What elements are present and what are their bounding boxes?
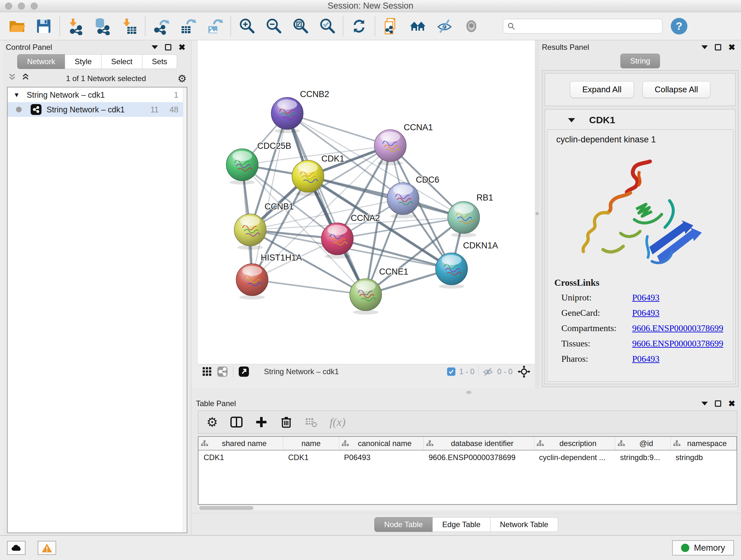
expand-all-button[interactable]: Expand All — [570, 81, 634, 98]
column-header[interactable]: description — [534, 437, 615, 450]
table-options-gear-icon[interactable]: ⚙ — [206, 416, 218, 428]
warning-button[interactable] — [38, 541, 56, 555]
panel-float-icon[interactable] — [165, 44, 172, 51]
panel-menu-icon[interactable] — [151, 45, 158, 49]
pharos-link[interactable]: P06493 — [632, 354, 660, 364]
cell-database-identifier[interactable]: 9606.ENSP00000378699 — [423, 450, 534, 464]
network-canvas[interactable]: CCNB2CCNA1CDC25BCDK1CDC6RB1CCNB1CCNA2CDK… — [198, 40, 535, 364]
tree-scrollbar[interactable] — [183, 87, 187, 533]
cell-namespace[interactable]: stringdb — [670, 450, 737, 464]
tab-string[interactable]: String — [620, 54, 660, 68]
export-network-icon[interactable] — [152, 17, 171, 36]
genecard-link[interactable]: P06493 — [632, 308, 660, 318]
open-folder-icon[interactable] — [8, 17, 26, 36]
tab-network-table[interactable]: Network Table — [490, 517, 558, 532]
show-columns-icon[interactable] — [230, 416, 243, 428]
network-from-selection-icon[interactable] — [382, 17, 400, 36]
table-row[interactable]: CDK1 CDK1 P06493 9606.ENSP00000378699 cy… — [199, 450, 737, 464]
node-name: CDK1 — [589, 115, 615, 125]
panel-float-icon[interactable] — [715, 44, 721, 51]
column-header[interactable]: namespace — [670, 437, 737, 450]
add-column-icon[interactable] — [255, 416, 268, 428]
grid-view-icon[interactable] — [202, 367, 212, 376]
cell-canonical-name[interactable]: P06493 — [339, 450, 423, 464]
panel-menu-icon[interactable] — [701, 401, 708, 406]
network-collection-row[interactable]: ▼ String Network – cdk1 1 — [8, 87, 187, 102]
network-options-gear-icon[interactable]: ⚙ — [178, 73, 187, 84]
toolbar-search[interactable] — [503, 19, 663, 34]
search-input[interactable] — [518, 22, 658, 30]
export-image-icon[interactable] — [205, 17, 224, 36]
cell-shared-name[interactable]: CDK1 — [199, 450, 283, 464]
panel-float-icon[interactable] — [715, 400, 721, 407]
import-network-icon[interactable] — [66, 17, 85, 36]
cell-id[interactable]: stringdb:9... — [615, 450, 670, 464]
delete-column-icon[interactable] — [280, 416, 293, 428]
results-splitter[interactable] — [535, 40, 539, 388]
column-header[interactable]: database identifier — [423, 437, 534, 450]
zoom-selected-icon[interactable] — [318, 17, 336, 36]
section-collapse-icon[interactable] — [568, 118, 575, 122]
column-header[interactable]: canonical name — [339, 437, 423, 450]
node-section-header[interactable]: CDK1 — [547, 111, 733, 129]
node-table[interactable]: shared name name canonical name database… — [198, 436, 737, 505]
houses-icon[interactable] — [408, 17, 427, 36]
panel-close-icon[interactable]: ✖ — [728, 399, 735, 408]
save-icon[interactable] — [35, 17, 53, 36]
table-hscrollbar[interactable] — [198, 505, 737, 510]
expand-all-icon[interactable] — [21, 73, 30, 84]
import-network-database-icon[interactable] — [93, 17, 112, 36]
network-edge-HIST1H1A-CCNE1[interactable] — [252, 280, 366, 295]
refresh-icon[interactable] — [350, 17, 368, 36]
splitter-handle[interactable] — [536, 212, 539, 215]
panel-close-icon[interactable]: ✖ — [728, 43, 735, 51]
splitter-handle[interactable] — [466, 391, 471, 394]
collapse-triangle-icon[interactable]: ▼ — [13, 91, 20, 99]
tab-network[interactable]: Network — [17, 54, 65, 69]
tab-style[interactable]: Style — [65, 54, 102, 69]
network-view-toolbar: String Network – cdk1 1 - 0 0 - 0 — [198, 364, 535, 379]
scrollbar-thumb[interactable] — [199, 506, 253, 510]
panel-menu-icon[interactable] — [701, 45, 708, 49]
memory-button[interactable]: Memory — [672, 540, 734, 556]
zoom-out-icon[interactable] — [264, 17, 283, 36]
network-view-title: String Network – cdk1 — [264, 367, 442, 376]
uniprot-link[interactable]: P06493 — [632, 293, 660, 303]
network-edge-CDK1-RB1[interactable] — [308, 176, 464, 217]
node-label-CDKN1A: CDKN1A — [463, 241, 498, 250]
tab-select[interactable]: Select — [101, 54, 142, 69]
tissues-link[interactable]: 9606.ENSP00000378699 — [632, 338, 723, 349]
selected-checkbox-icon[interactable] — [447, 368, 455, 376]
cell-description[interactable]: cyclin-dependent ... — [534, 450, 615, 464]
import-table-icon[interactable] — [120, 17, 138, 36]
export-table-icon[interactable] — [179, 17, 197, 36]
detach-view-icon[interactable] — [239, 366, 249, 377]
tab-edge-table[interactable]: Edge Table — [432, 517, 490, 532]
table-panel-splitter[interactable] — [192, 388, 741, 396]
network-row[interactable]: String Network – cdk1 11 48 — [8, 102, 187, 117]
network-view-mode-icon[interactable] — [217, 366, 228, 377]
gray-eye-icon[interactable] — [462, 17, 481, 36]
panel-close-icon[interactable]: ✖ — [179, 43, 185, 51]
column-header[interactable]: shared name — [199, 437, 283, 450]
cloud-button[interactable] — [7, 541, 25, 555]
collapse-all-button[interactable]: Collapse All — [643, 81, 711, 98]
cell-name[interactable]: CDK1 — [283, 450, 339, 464]
network-tree: ▼ String Network – cdk1 1 String Network… — [7, 87, 187, 533]
column-header[interactable]: name — [283, 437, 339, 450]
compartments-link[interactable]: 9606.ENSP00000378699 — [632, 323, 723, 333]
zoom-fit-icon[interactable] — [291, 17, 310, 36]
hide-eye-icon[interactable] — [435, 17, 454, 36]
help-icon[interactable]: ? — [671, 18, 687, 35]
network-edge-CCNB2-CCNE1[interactable] — [287, 113, 366, 295]
collapse-all-icon[interactable] — [8, 73, 17, 84]
main-toolbar: ? — [0, 12, 741, 40]
table-toolbar: ⚙ f(x) — [198, 411, 737, 434]
zoom-in-icon[interactable] — [238, 17, 256, 36]
column-header[interactable]: @id — [615, 437, 670, 450]
tab-node-table[interactable]: Node Table — [374, 517, 433, 532]
network-edge-CCNB2-CCNA1[interactable] — [287, 113, 390, 145]
hidden-eye-icon[interactable] — [482, 367, 493, 376]
birdseye-navigator-icon[interactable] — [518, 365, 530, 378]
tab-sets[interactable]: Sets — [142, 54, 177, 69]
